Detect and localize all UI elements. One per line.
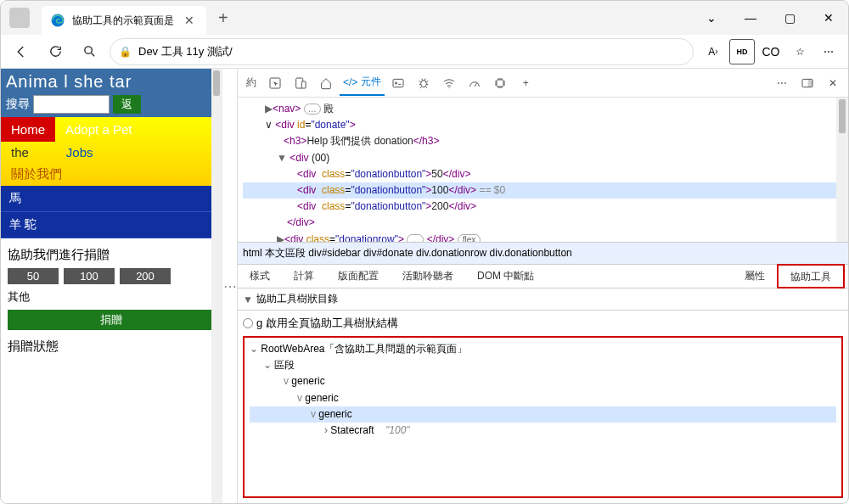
nav-jobs[interactable]: Jobs [56,142,104,163]
a11y-tree-header[interactable]: ▼ 協助工具樹狀目錄 [238,288,848,311]
nav-home[interactable]: Home [1,117,55,142]
elements-tab[interactable]: </> 元件 [340,70,385,96]
svg-rect-8 [497,80,503,87]
nav-adopt[interactable]: Adopt a Pet [55,117,142,142]
window-titlebar: 協助工具的示範頁面是 ✕ + ⌄ — ▢ ✕ [1,1,848,35]
breadcrumb[interactable]: html 本文區段 div#sidebar div#donate div.don… [238,242,848,265]
donate-submit-button[interactable]: 捐贈 [8,310,215,330]
memory-icon[interactable] [488,71,512,95]
home-icon[interactable] [314,71,338,95]
address-bar[interactable]: 🔒 Dev 工具 11y 測試/ [110,38,694,65]
profile-badge[interactable]: CO [758,39,784,64]
new-tab-button[interactable]: + [206,8,240,28]
caret-down-icon[interactable]: ⌄ [692,1,731,35]
donate-section: 協助我們進行捐贈 50 100 200 其他 捐贈 捐贈狀態 [1,238,222,363]
code-icon: </> [343,76,357,88]
list-item[interactable]: 馬 [1,186,222,212]
animal-list: 馬 羊 駝 [1,186,222,238]
accessibility-tree[interactable]: ⌄ RootWebArea「含協助工具問題的示範頁面」 ⌄ 區段 v gener… [243,336,843,498]
back-button[interactable] [8,38,35,65]
donation-status-heading: 捐贈狀態 [8,339,215,355]
other-label: 其他 [8,289,215,305]
profile-icon[interactable] [9,8,30,28]
radio-icon [243,318,253,328]
edge-icon [50,13,65,28]
site-logo-text: Anima l she tar [6,72,216,92]
donation-button-100[interactable]: 100 [64,268,115,284]
hd-icon[interactable]: HD [729,39,755,64]
url-text: Dev 工具 11y 測試/ [138,44,233,59]
svg-point-6 [421,80,427,87]
donation-button-200[interactable]: 200 [120,268,171,284]
read-aloud-icon[interactable]: A› [700,39,726,64]
tab-layout[interactable]: 版面配置 [326,265,391,288]
page-banner: Anima l she tar 搜尋 返 [1,69,222,117]
more-icon[interactable]: ⋯ [816,39,841,64]
list-item[interactable]: 羊 駝 [1,212,222,238]
console-icon[interactable] [386,71,410,95]
svg-point-1 [84,47,92,54]
rendered-page: Anima l she tar 搜尋 返 Home Adopt a Pet th… [1,69,222,503]
tab-computed[interactable]: 計算 [282,265,326,288]
nav-the[interactable]: the [1,142,39,163]
lock-icon: 🔒 [119,46,132,58]
donate-heading: 協助我們進行捐贈 [8,247,215,263]
devtools-subtabs: 樣式 計算 版面配置 活動聆聽者 DOM 中斷點 屬性 協助工具 [238,265,848,288]
search-submit-button[interactable]: 返 [113,95,141,114]
page-scrollbar[interactable] [211,69,222,503]
tab-close-icon[interactable]: ✕ [181,14,198,27]
more-tabs-icon[interactable]: + [514,71,537,95]
performance-icon[interactable] [463,71,486,95]
tab-styles[interactable]: 樣式 [238,265,282,288]
devtools-close-icon[interactable]: ✕ [821,71,845,95]
browser-tab[interactable]: 協助工具的示範頁面是 ✕ [42,6,206,35]
donation-button-50[interactable]: 50 [8,268,59,284]
favorite-icon[interactable]: ☆ [787,39,812,64]
refresh-button[interactable] [42,38,69,65]
minimize-button[interactable]: — [731,1,770,35]
search-button[interactable] [76,38,103,65]
svg-rect-4 [301,81,306,88]
dom-tree[interactable]: ▶<nav> … 殿 ∨ <div id="donate"> <h3>Help … [238,98,848,242]
svg-rect-10 [808,79,812,87]
welcome-tab[interactable]: 約 [241,76,261,90]
ellipsis-icon: ⋯ [223,278,237,294]
maximize-button[interactable]: ▢ [770,1,809,35]
tab-title: 協助工具的示範頁面是 [72,14,174,28]
devtools-tabbar: 約 </> 元件 + ⋯ ✕ [238,69,848,98]
svg-rect-5 [393,79,403,87]
svg-point-7 [449,87,450,87]
nav-about[interactable]: 關於我們 [1,163,222,186]
devtools-more-icon[interactable]: ⋯ [770,71,794,95]
main-nav: Home Adopt a Pet the Jobs 關於我們 [1,117,222,186]
tab-listeners[interactable]: 活動聆聽者 [391,265,465,288]
dom-scrollbar[interactable] [836,98,848,242]
bug-icon[interactable] [412,71,436,95]
devtools-panel: 約 </> 元件 + ⋯ ✕ ▶<nav> … 殿 ∨ <div id="don… [237,69,848,503]
network-icon[interactable] [437,71,461,95]
close-window-button[interactable]: ✕ [809,1,848,35]
fullpage-toggle[interactable]: g 啟用全頁協助工具樹狀結構 [238,311,848,336]
search-input[interactable] [33,95,110,114]
inspect-icon[interactable] [263,71,287,95]
resize-handle[interactable]: ⋯ [222,69,237,503]
browser-toolbar: 🔒 Dev 工具 11y 測試/ A› HD CO ☆ ⋯ [1,35,848,69]
device-icon[interactable] [289,71,312,95]
tab-accessibility[interactable]: 協助工具 [777,264,845,288]
tab-breakpoints[interactable]: DOM 中斷點 [465,265,546,288]
dock-icon[interactable] [796,71,819,95]
tab-properties[interactable]: 屬性 [733,265,777,288]
search-label: 搜尋 [6,97,30,112]
